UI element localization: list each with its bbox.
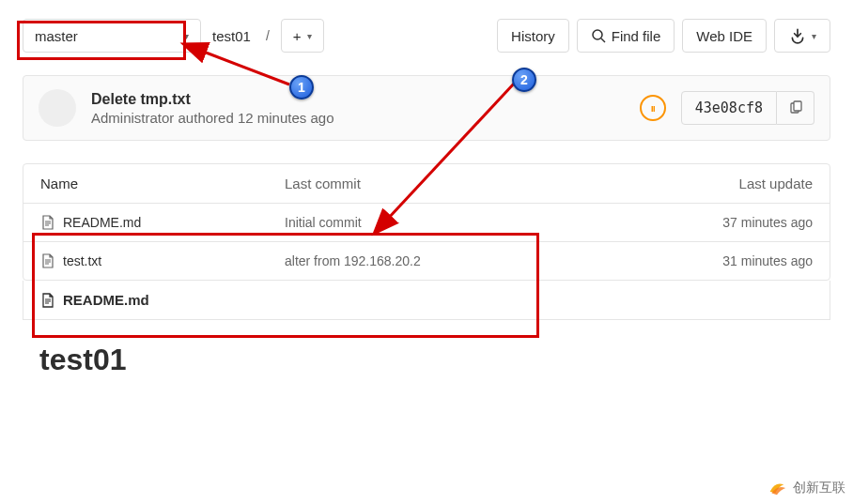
watermark-text: 创新互联 (793, 480, 845, 496)
annotation-marker-2: 2 (512, 68, 536, 92)
annotation-arrows (0, 0, 853, 504)
annotation-marker-1: 1 (289, 75, 314, 99)
watermark: 创新互联 (767, 478, 845, 498)
svg-line-13 (201, 51, 289, 84)
watermark-logo-icon (767, 478, 787, 498)
svg-line-14 (387, 83, 515, 220)
